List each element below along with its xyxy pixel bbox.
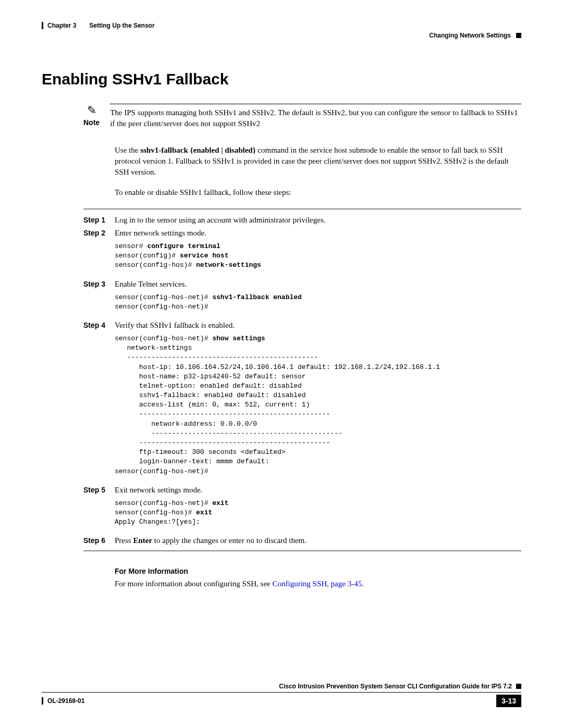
footer-square-icon xyxy=(516,684,521,689)
step-text: Enable Telnet services. xyxy=(115,280,521,289)
more-info-text: For more information about configuring S… xyxy=(115,579,521,588)
code-block-step3: sensor(config-hos-net)# sshv1-fallback e… xyxy=(115,293,521,312)
steps-bottom-rule xyxy=(83,550,521,551)
page-footer: Cisco Intrusion Prevention System Sensor… xyxy=(42,683,521,707)
step-label: Step 1 xyxy=(83,216,115,224)
steps-top-rule xyxy=(83,208,521,209)
step-4: Step 4 Verify that SSHv1 fallback is ena… xyxy=(83,321,521,330)
page-title: Enabling SSHv1 Fallback xyxy=(42,70,521,88)
code-block-step2: sensor# configure terminal sensor(config… xyxy=(115,242,521,270)
header-square-icon xyxy=(516,33,521,38)
footer-guide-title: Cisco Intrusion Prevention System Sensor… xyxy=(279,683,512,690)
intro-paragraph-1: Use the sshv1-fallback {enabled | disabl… xyxy=(115,145,521,178)
chapter-title: Setting Up the Sensor xyxy=(89,22,154,29)
section-header: Changing Network Settings xyxy=(42,32,521,39)
code-block-step4: sensor(config-hos-net)# show settings ne… xyxy=(115,334,521,476)
step-6: Step 6 Press Enter to apply the changes … xyxy=(83,536,521,545)
intro-paragraph-2: To enable or disable SSHv1 fallback, fol… xyxy=(115,187,521,198)
more-info-heading: For More Information xyxy=(115,567,521,575)
page-header: Chapter 3 Setting Up the Sensor xyxy=(42,21,521,30)
note-text: The IPS supports managing both SSHv1 and… xyxy=(110,107,521,129)
footer-doc-id: OL-29168-01 xyxy=(47,697,84,705)
step-text: Verify that SSHv1 fallback is enabled. xyxy=(115,321,521,330)
note-rule xyxy=(110,104,521,104)
step-1: Step 1 Log in to the sensor using an acc… xyxy=(83,216,521,225)
note-block: ✎ Note The IPS supports managing both SS… xyxy=(83,104,521,129)
step-text: Enter network settings mode. xyxy=(115,229,521,238)
step-2: Step 2 Enter network settings mode. xyxy=(83,229,521,238)
chapter-number: Chapter 3 xyxy=(47,22,76,29)
note-label: Note xyxy=(83,118,100,127)
step-5: Step 5 Exit network settings mode. xyxy=(83,486,521,495)
step-label: Step 5 xyxy=(83,486,115,494)
header-marker xyxy=(42,22,43,29)
step-text: Exit network settings mode. xyxy=(115,486,521,495)
code-block-step5: sensor(config-hos-net)# exit sensor(conf… xyxy=(115,499,521,527)
step-label: Step 3 xyxy=(83,280,115,288)
link-configuring-ssh[interactable]: Configuring SSH, page 3-45 xyxy=(272,579,362,588)
step-3: Step 3 Enable Telnet services. xyxy=(83,280,521,289)
footer-marker xyxy=(42,697,43,705)
step-text: Press Enter to apply the changes or ente… xyxy=(115,536,521,545)
pencil-icon: ✎ xyxy=(87,104,96,117)
page-number: 3-13 xyxy=(496,695,521,707)
section-title: Changing Network Settings xyxy=(429,32,511,39)
step-label: Step 4 xyxy=(83,321,115,329)
step-label: Step 6 xyxy=(83,536,115,545)
step-text: Log in to the sensor using an account wi… xyxy=(115,216,521,225)
step-label: Step 2 xyxy=(83,229,115,237)
